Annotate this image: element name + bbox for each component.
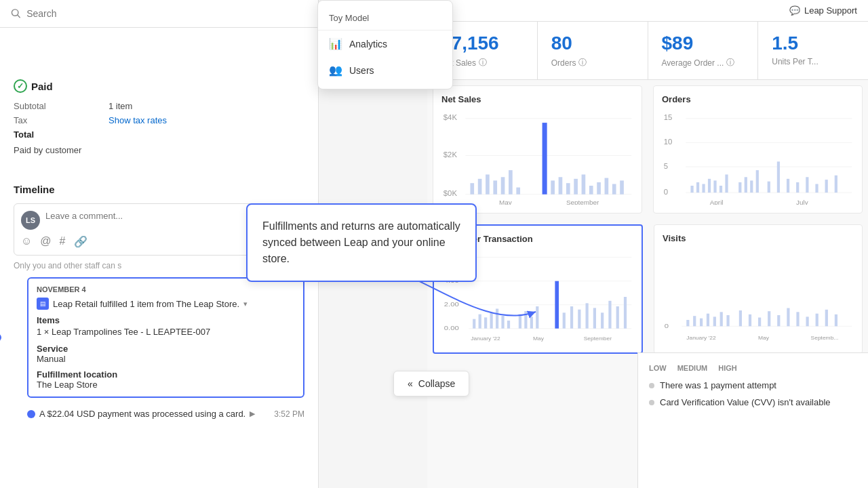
svg-rect-82: [593, 308, 596, 328]
svg-rect-16: [542, 123, 547, 195]
svg-rect-102: [768, 311, 770, 326]
svg-rect-13: [501, 177, 505, 194]
dropdown-header: Toy Model: [318, 6, 452, 30]
orders-chart-area: 15 10 5 0: [662, 110, 854, 205]
paid-badge: ✓ Paid: [14, 79, 304, 93]
service-value: Manual: [37, 354, 295, 364]
svg-rect-80: [578, 310, 580, 329]
svg-text:May: May: [758, 336, 769, 341]
link-icon[interactable]: 🔗: [74, 235, 87, 248]
service-section: Service Manual: [37, 344, 295, 364]
event-chevron[interactable]: ▾: [243, 300, 248, 308]
svg-rect-46: [750, 180, 753, 192]
svg-rect-95: [707, 314, 709, 327]
payment-arrow: ▶: [250, 409, 255, 418]
svg-text:0: 0: [665, 323, 669, 329]
svg-rect-40: [708, 179, 711, 192]
svg-text:0.00: 0.00: [444, 325, 459, 331]
paid-section: ✓ Paid Subtotal 1 item Tax Show tax rate…: [0, 68, 318, 166]
metrics-row: $7,156 Net Sales ⓘ 80 Orders ⓘ $89 Avera…: [427, 22, 868, 80]
svg-rect-41: [713, 180, 716, 192]
svg-rect-81: [586, 303, 589, 328]
svg-text:10: 10: [664, 138, 673, 145]
svg-rect-73: [519, 314, 521, 329]
charts-row-1: Net Sales $4K $2K $0K: [427, 80, 868, 219]
info-icon-net-sales[interactable]: ⓘ: [479, 57, 487, 68]
svg-rect-37: [690, 186, 693, 192]
svg-rect-54: [825, 180, 828, 192]
payment-event: A $22.04 USD payment was processed using…: [27, 409, 304, 419]
svg-rect-50: [787, 179, 789, 192]
analytics-menu-item[interactable]: 📊 Analytics: [318, 30, 452, 57]
svg-rect-107: [816, 314, 818, 327]
total-label: Total: [14, 129, 54, 140]
svg-text:15: 15: [664, 114, 673, 121]
show-tax-rates-link[interactable]: Show tax rates: [108, 115, 167, 125]
avatar: LS: [21, 211, 40, 230]
svg-rect-104: [787, 308, 789, 327]
paid-label: Paid: [31, 81, 53, 92]
subtotal-value: 1 item: [108, 101, 132, 111]
info-icon-orders[interactable]: ⓘ: [578, 57, 587, 68]
svg-rect-99: [739, 310, 742, 326]
net-sales-chart-title: Net Sales: [441, 94, 633, 104]
svg-text:May: May: [499, 199, 512, 205]
callout-text: Fulfillments and returns are automatical…: [262, 218, 460, 267]
svg-text:July: July: [796, 199, 808, 205]
svg-rect-75: [530, 317, 533, 329]
svg-rect-19: [566, 183, 570, 195]
hashtag-icon[interactable]: #: [60, 235, 66, 248]
risk-high[interactable]: HIGH: [718, 364, 737, 372]
svg-text:$4K: $4K: [443, 114, 458, 121]
svg-rect-76: [536, 306, 538, 329]
avg-order-label: Average Order ... ⓘ: [662, 57, 745, 68]
users-menu-item[interactable]: 👥 Users: [318, 57, 452, 83]
avg-order-value: $89: [662, 33, 745, 54]
visits-chart-area: 0: [663, 249, 854, 344]
svg-rect-94: [700, 319, 703, 327]
dropdown-menu: Toy Model 📊 Analytics 👥 Users: [317, 0, 453, 89]
svg-rect-71: [501, 316, 504, 329]
units-per-value: 1.5: [772, 33, 854, 54]
svg-rect-24: [605, 178, 609, 195]
svg-rect-67: [479, 314, 481, 329]
search-input[interactable]: [26, 8, 307, 19]
svg-text:April: April: [710, 199, 724, 205]
orders-chart-title: Orders: [662, 94, 854, 104]
svg-text:September: September: [584, 336, 612, 342]
svg-rect-38: [696, 182, 699, 192]
svg-rect-52: [806, 177, 808, 192]
svg-rect-9: [470, 183, 474, 195]
svg-rect-92: [686, 320, 689, 326]
paid-by-customer: Paid by customer: [14, 145, 304, 155]
items-section: Items 1 × Leap Trampolines Tee - L LEAPT…: [37, 315, 295, 337]
svg-rect-14: [509, 170, 513, 195]
mention-icon[interactable]: @: [40, 235, 51, 248]
svg-rect-105: [796, 312, 799, 326]
emoji-icon[interactable]: ☺: [21, 235, 32, 248]
svg-rect-55: [835, 176, 837, 192]
svg-rect-15: [516, 188, 520, 195]
svg-rect-100: [749, 314, 751, 327]
orders-chart: Orders 15 10 5 0: [653, 85, 863, 214]
analytics-label: Analytics: [349, 39, 387, 49]
info-icon-avg[interactable]: ⓘ: [726, 57, 734, 68]
svg-rect-70: [496, 309, 498, 329]
svg-rect-72: [507, 321, 510, 329]
risk-text-2: Card Verification Value (CVV) isn't avai…: [660, 397, 831, 407]
risk-medium[interactable]: MEDIUM: [677, 364, 708, 372]
users-icon: 👥: [329, 64, 342, 77]
risk-low[interactable]: LOW: [649, 364, 667, 372]
svg-rect-77: [555, 281, 559, 329]
payment-dot: [27, 410, 35, 418]
svg-rect-17: [551, 180, 555, 194]
collapse-button[interactable]: « Collapse: [393, 371, 469, 396]
svg-rect-22: [589, 186, 593, 195]
svg-rect-42: [719, 186, 722, 192]
svg-rect-78: [563, 312, 566, 328]
timeline-title: Timeline: [14, 184, 304, 195]
risk-dot-2: [649, 400, 654, 405]
net-sales-chart: Net Sales $4K $2K $0K: [433, 85, 642, 214]
check-circle-icon: ✓: [14, 79, 27, 93]
metric-avg-order: $89 Average Order ... ⓘ: [648, 22, 759, 79]
